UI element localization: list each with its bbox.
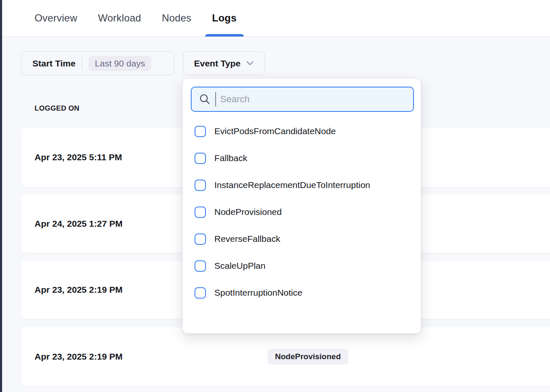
logged-on-value: Apr 24, 2025 1:27 PM <box>35 219 123 229</box>
option-label: NodeProvisioned <box>214 207 282 217</box>
event-type-badge: NodeProvisioned <box>267 349 348 365</box>
dropdown-search-box[interactable] <box>191 87 414 112</box>
tab-workload-label: Workload <box>98 12 142 24</box>
active-tab-underline <box>205 34 244 37</box>
filter-divider <box>82 58 82 69</box>
start-time-filter-label: Start Time <box>32 58 75 69</box>
tab-logs[interactable]: Logs <box>212 0 237 37</box>
tab-overview-label: Overview <box>35 12 77 24</box>
app-left-edge-strip <box>0 0 2 392</box>
event-type-option-list: EvictPodsFromCandidateNode Fallback Inst… <box>183 118 421 306</box>
option-instancereplacementduetointerruption[interactable]: InstanceReplacementDueToInterruption <box>183 172 421 199</box>
logged-on-value: Apr 23, 2025 5:11 PM <box>35 152 122 162</box>
option-label: Fallback <box>214 153 247 163</box>
option-label: SpotInterruptionNotice <box>214 288 302 298</box>
event-type-filter-button[interactable]: Event Type <box>183 51 265 75</box>
tab-nodes-label: Nodes <box>162 12 191 24</box>
tab-bar: Overview Workload Nodes Logs <box>0 0 550 37</box>
tab-workload[interactable]: Workload <box>98 0 142 37</box>
checkbox[interactable] <box>195 126 206 137</box>
logged-on-value: Apr 23, 2025 2:19 PM <box>35 352 123 362</box>
option-evictpodsfromcandidatenode[interactable]: EvictPodsFromCandidateNode <box>183 118 421 145</box>
option-nodeprovisioned[interactable]: NodeProvisioned <box>183 199 421 225</box>
checkbox[interactable] <box>195 287 206 299</box>
option-label: EvictPodsFromCandidateNode <box>214 126 336 136</box>
checkbox[interactable] <box>195 260 206 272</box>
tab-nodes[interactable]: Nodes <box>162 0 191 37</box>
option-label: ScaleUpPlan <box>214 261 265 271</box>
checkbox[interactable] <box>195 233 206 245</box>
search-input[interactable] <box>220 94 406 105</box>
tab-overview[interactable]: Overview <box>35 0 77 37</box>
option-reversefallback[interactable]: ReverseFallback <box>183 225 421 252</box>
option-label: ReverseFallback <box>214 234 280 244</box>
checkbox[interactable] <box>195 180 206 191</box>
option-label: InstanceReplacementDueToInterruption <box>214 180 370 190</box>
text-caret <box>215 92 216 106</box>
checkbox[interactable] <box>195 153 206 164</box>
option-spotinterruptionnotice[interactable]: SpotInterruptionNotice <box>183 279 421 306</box>
start-time-filter-button[interactable]: Start Time Last 90 days <box>21 51 174 75</box>
event-type-filter-label: Event Type <box>194 58 240 69</box>
chevron-down-icon <box>246 61 254 66</box>
tab-logs-label: Logs <box>212 12 237 24</box>
option-scaleupplan[interactable]: ScaleUpPlan <box>183 252 421 279</box>
logged-on-value: Apr 23, 2025 2:19 PM <box>35 285 123 295</box>
option-fallback[interactable]: Fallback <box>183 145 421 172</box>
start-time-filter-value: Last 90 days <box>88 56 151 71</box>
checkbox[interactable] <box>195 207 206 218</box>
search-icon <box>198 93 211 106</box>
column-header-logged-on: LOGGED ON <box>35 104 80 113</box>
log-row[interactable]: Apr 23, 2025 2:19 PM NodeProvisioned <box>21 327 550 386</box>
event-type-dropdown-panel: EvictPodsFromCandidateNode Fallback Inst… <box>182 78 421 334</box>
